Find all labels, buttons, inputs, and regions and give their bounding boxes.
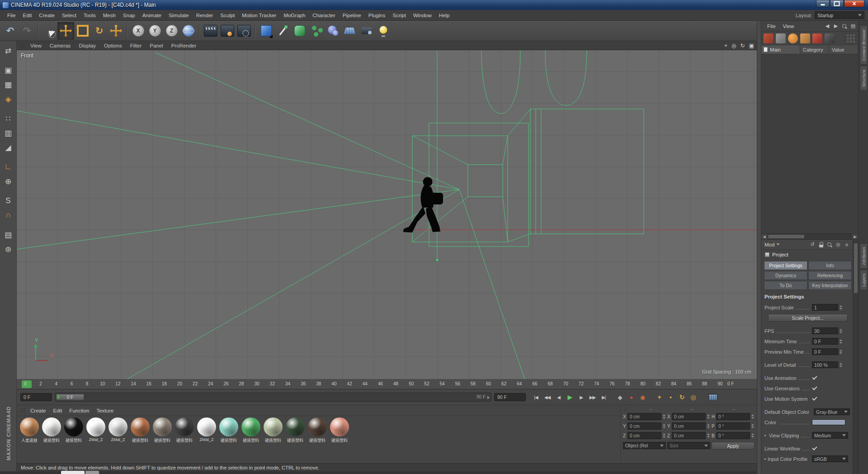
materials-menu-create[interactable]: Create bbox=[27, 408, 50, 413]
layout-dropdown[interactable]: Startup bbox=[815, 11, 864, 19]
edges-mode-icon[interactable]: ▥ bbox=[1, 126, 15, 140]
panel-menu-icon[interactable]: ≡ bbox=[844, 242, 849, 248]
material-item[interactable]: ZMat_Z bbox=[196, 417, 217, 442]
lock-y-icon[interactable] bbox=[146, 22, 163, 40]
tab-info[interactable]: Info bbox=[808, 261, 852, 270]
magnet-icon[interactable]: ∩ bbox=[1, 209, 15, 222]
menu-window[interactable]: Window bbox=[410, 13, 435, 18]
value-field[interactable]: 0 F bbox=[812, 348, 838, 355]
tab-project-settings[interactable]: Project Settings bbox=[764, 261, 807, 270]
spinner-icon[interactable] bbox=[839, 362, 843, 368]
taskbar-peek-2[interactable] bbox=[85, 471, 99, 474]
value-field[interactable]: 30 bbox=[812, 327, 838, 334]
next-key-button[interactable]: ▶▶ bbox=[587, 392, 598, 402]
tab-referencing[interactable]: Referencing bbox=[808, 271, 852, 280]
target-icon[interactable]: ◎ bbox=[835, 242, 841, 248]
material-item[interactable]: 人类皮肤 bbox=[19, 417, 40, 443]
viewport-canvas[interactable] bbox=[17, 50, 757, 379]
dropdown[interactable]: Medium bbox=[812, 432, 848, 439]
light-icon[interactable] bbox=[375, 22, 392, 40]
key-rotation-toggle[interactable]: ↻ bbox=[677, 392, 687, 402]
spinner-icon[interactable] bbox=[707, 413, 710, 420]
toggle-view-icon[interactable]: ▣ bbox=[749, 43, 754, 49]
frame-slider[interactable]: 0 F 90 F bbox=[55, 393, 491, 402]
render-settings-icon[interactable] bbox=[236, 22, 252, 40]
autokey-button[interactable]: ◉ bbox=[637, 392, 648, 402]
spinner-icon[interactable] bbox=[662, 432, 666, 439]
scroll-thumb[interactable] bbox=[854, 243, 858, 293]
material-item[interactable]: 硬质塑料 bbox=[284, 417, 306, 443]
slider-end-arrow-icon[interactable] bbox=[487, 396, 490, 399]
frame-slider-handle[interactable]: 0 F bbox=[56, 394, 84, 400]
material-item[interactable]: 硬质塑料 bbox=[129, 417, 151, 443]
render-view-icon[interactable] bbox=[202, 22, 219, 40]
search-icon[interactable] bbox=[827, 242, 832, 248]
keyframe-grid-button[interactable] bbox=[708, 394, 717, 401]
menu-animate[interactable]: Animate bbox=[139, 13, 165, 18]
lock-z-icon[interactable] bbox=[163, 22, 180, 40]
attr-scrollbar[interactable] bbox=[853, 240, 858, 474]
axis-mode-icon[interactable]: ∟ bbox=[1, 160, 15, 174]
textures-icon[interactable] bbox=[825, 33, 835, 43]
metaball-icon[interactable] bbox=[325, 22, 341, 40]
coord-value-field[interactable]: 0 cm bbox=[672, 413, 706, 420]
material-item[interactable]: 硬质塑料 bbox=[307, 417, 328, 443]
goto-start-button[interactable]: |◀ bbox=[530, 392, 542, 402]
pan-view-icon[interactable]: + bbox=[724, 43, 727, 49]
keyframe-button[interactable]: ◆ bbox=[615, 392, 625, 402]
menu-mesh[interactable]: Mesh bbox=[99, 13, 119, 18]
value-field[interactable]: 100 % bbox=[812, 361, 838, 368]
coord-mode-dropdown[interactable]: Object (Rel bbox=[623, 442, 666, 449]
menu-script[interactable]: Script bbox=[389, 13, 409, 18]
coord-value-field[interactable]: 0 ° bbox=[716, 422, 750, 430]
scale-project-button[interactable]: Scale Project... bbox=[768, 314, 848, 322]
make-editable-icon[interactable]: ⇄ bbox=[1, 44, 15, 57]
floor-icon[interactable] bbox=[341, 22, 358, 40]
panel-divider[interactable] bbox=[757, 21, 761, 474]
play-button[interactable]: ▶ bbox=[564, 392, 576, 402]
coord-value-field[interactable]: 0 cm bbox=[627, 432, 661, 439]
freehand-spline-icon[interactable] bbox=[274, 22, 291, 40]
spinner-icon[interactable] bbox=[662, 413, 666, 420]
back-icon[interactable]: ◀ bbox=[825, 23, 830, 29]
attr-object-row[interactable]: Project bbox=[761, 250, 858, 260]
prev-key-button[interactable]: ◀◀ bbox=[542, 392, 553, 402]
undo-icon[interactable]: ↶ bbox=[2, 22, 19, 40]
subdivision-surface-icon[interactable] bbox=[291, 22, 308, 40]
presets-icon[interactable] bbox=[788, 33, 798, 43]
last-tool-icon[interactable] bbox=[108, 22, 124, 40]
value-field[interactable]: 0 F bbox=[812, 338, 838, 345]
coord-value-field[interactable]: 0 cm bbox=[672, 432, 706, 439]
checkbox[interactable] bbox=[812, 385, 818, 391]
enable-axis-icon[interactable]: ⊕ bbox=[1, 175, 15, 188]
tab-dynamics[interactable]: Dynamics bbox=[764, 271, 807, 280]
viewport-menu-filter[interactable]: Filter bbox=[126, 43, 146, 48]
mode-menu[interactable]: Mod bbox=[764, 242, 780, 247]
lock-x-icon[interactable] bbox=[130, 22, 146, 40]
view-label[interactable]: Front bbox=[21, 52, 33, 59]
checkbox[interactable] bbox=[812, 375, 818, 381]
array-icon[interactable] bbox=[308, 22, 325, 40]
polygons-mode-icon[interactable]: ◢ bbox=[1, 141, 15, 154]
tab-to-do[interactable]: To Do bbox=[764, 281, 807, 290]
browser-list[interactable] bbox=[761, 54, 858, 233]
texture-mode-icon[interactable]: ▦ bbox=[1, 78, 15, 91]
end-frame-field[interactable]: 90 F bbox=[494, 393, 526, 401]
minimize-button[interactable] bbox=[816, 0, 830, 7]
goto-end-button[interactable]: ▶| bbox=[598, 392, 609, 402]
value-field[interactable]: 1 bbox=[812, 304, 838, 311]
menu-plugins[interactable]: Plugins bbox=[365, 13, 389, 18]
menu-pipeline[interactable]: Pipeline bbox=[339, 13, 365, 18]
viewport-menu-view[interactable]: View bbox=[26, 43, 46, 48]
materials-icon[interactable] bbox=[800, 33, 810, 43]
panel-menu-icon[interactable]: ▤ bbox=[850, 23, 856, 29]
material-item[interactable]: 硬质塑料 bbox=[63, 417, 85, 443]
snap-icon[interactable]: S bbox=[1, 194, 15, 208]
spinner-icon[interactable] bbox=[839, 328, 843, 334]
menu-motion-tracker[interactable]: Motion Tracker bbox=[238, 13, 280, 18]
browser-menu-file[interactable]: File bbox=[764, 24, 779, 29]
menu-render[interactable]: Render bbox=[193, 13, 217, 18]
scale-tool-icon[interactable] bbox=[74, 22, 91, 40]
viewport-menu-options[interactable]: Options bbox=[100, 43, 126, 48]
material-item[interactable]: 硬质塑料 bbox=[218, 417, 240, 443]
